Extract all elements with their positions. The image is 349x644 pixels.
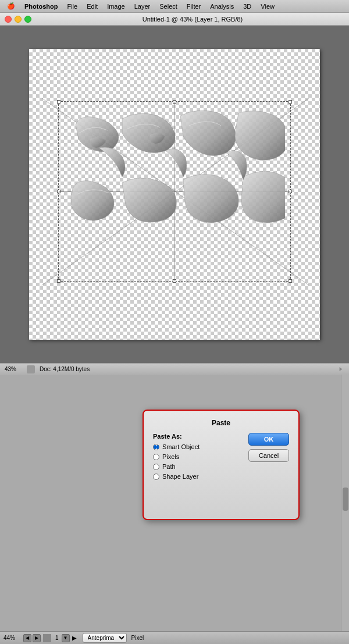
canvas-wrapper	[29, 49, 320, 340]
page-number: 1	[54, 635, 60, 641]
radio-btn-smart[interactable]	[153, 444, 159, 450]
paste-dialog: Paste Paste As: Smart Object Pixels Path	[143, 410, 300, 520]
handle-bottom-right[interactable]	[289, 279, 292, 283]
radio-btn-pixels[interactable]	[153, 454, 159, 460]
radio-btn-path[interactable]	[153, 464, 159, 470]
bottom-zoom: 44%	[3, 635, 20, 641]
menu-bar: 🍎 Photoshop File Edit Image Layer Select…	[0, 0, 349, 13]
status-bar: 43% Doc: 4,12M/0 bytes	[0, 363, 349, 375]
prev-page-button[interactable]: ◀	[23, 634, 31, 642]
menu-filter[interactable]: Filter	[182, 2, 205, 11]
zoom-icon	[27, 365, 35, 373]
dialog-buttons: OK Cancel	[248, 433, 289, 483]
next-page-button[interactable]: ▶	[33, 634, 41, 642]
pixel-label: Pixel	[131, 635, 144, 641]
zoom-level: 43%	[5, 366, 22, 372]
dialog-options: Paste As: Smart Object Pixels Path	[153, 433, 241, 483]
page-options-button[interactable]: ▼	[62, 634, 70, 642]
cancel-button[interactable]: Cancel	[248, 449, 289, 462]
preview-select[interactable]: Anteprima	[83, 633, 127, 643]
dialog-content: Paste As: Smart Object Pixels Path	[153, 433, 289, 483]
menu-view[interactable]: View	[256, 2, 279, 11]
menu-layer[interactable]: Layer	[130, 2, 155, 11]
close-button[interactable]	[5, 16, 12, 23]
right-area: Paste Paste As: Smart Object Pixels Path	[0, 375, 349, 644]
menu-file[interactable]: File	[62, 2, 82, 11]
bottom-panel: LAYERS ≡ Normal Opacity: 100% ▼ Lock: Fi…	[0, 375, 349, 644]
handle-top-right[interactable]	[289, 100, 292, 104]
maximize-button[interactable]	[24, 16, 31, 23]
doc-info: Doc: 4,12M/0 bytes	[40, 366, 333, 372]
vertical-scrollbar[interactable]	[341, 375, 349, 644]
status-arrow-icon[interactable]	[337, 366, 344, 373]
ok-button[interactable]: OK	[248, 433, 289, 446]
menu-3d[interactable]: 3D	[238, 2, 256, 11]
menu-select[interactable]: Select	[155, 2, 182, 11]
dialog-title: Paste	[153, 419, 289, 427]
minimize-button[interactable]	[15, 16, 22, 23]
artwork-svg	[64, 101, 285, 287]
menu-edit[interactable]: Edit	[82, 2, 102, 11]
radio-label-pixels: Pixels	[162, 453, 179, 460]
page-arrow-icon: ▶	[72, 635, 77, 641]
handle-bottom-left[interactable]	[57, 279, 60, 283]
radio-smart-object[interactable]: Smart Object	[153, 443, 241, 450]
radio-pixels[interactable]: Pixels	[153, 453, 241, 460]
radio-label-shape: Shape Layer	[162, 473, 198, 480]
apple-icon: 🍎	[7, 2, 15, 9]
paste-as-label: Paste As:	[153, 433, 241, 440]
menu-image[interactable]: Image	[102, 2, 130, 11]
radio-shape-layer[interactable]: Shape Layer	[153, 473, 241, 480]
window-controls	[0, 13, 36, 25]
radio-path[interactable]: Path	[153, 463, 241, 470]
radio-label-smart: Smart Object	[162, 443, 200, 450]
apple-menu[interactable]: 🍎	[2, 1, 20, 11]
radio-btn-shape[interactable]	[153, 474, 159, 480]
menu-photoshop[interactable]: Photoshop	[20, 2, 62, 11]
canvas-checker	[29, 49, 320, 340]
window-title: Untitled-1 @ 43% (Layer 1, RGB/8)	[36, 16, 349, 23]
page-icon	[43, 634, 51, 642]
handle-top-left[interactable]	[57, 100, 60, 104]
menu-analysis[interactable]: Analysis	[205, 2, 238, 11]
scrollbar-thumb[interactable]	[343, 488, 348, 511]
page-controls: ◀ ▶ 1 ▼ ▶	[23, 634, 77, 642]
radio-label-path: Path	[162, 463, 176, 470]
title-bar: Untitled-1 @ 43% (Layer 1, RGB/8)	[0, 13, 349, 26]
canvas-area	[0, 26, 349, 363]
app-bottom-bar: 44% ◀ ▶ 1 ▼ ▶ Anteprima Pixel	[0, 631, 349, 644]
